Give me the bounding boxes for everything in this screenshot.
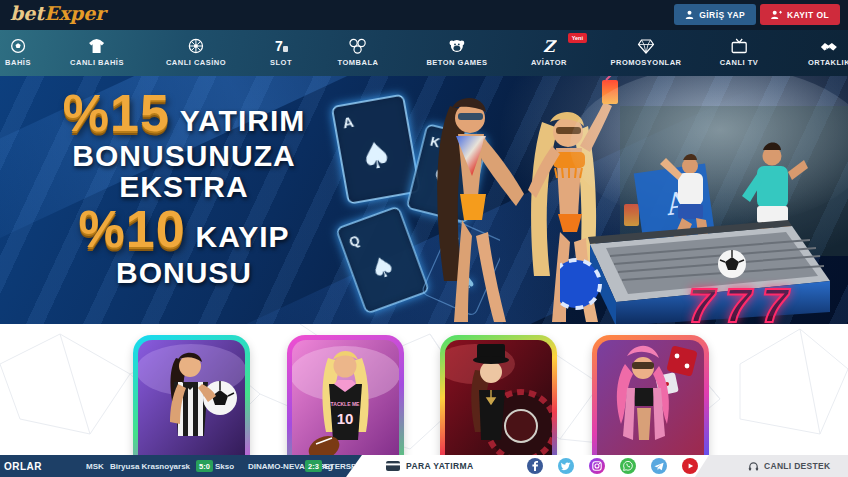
nav-label: TOMBALA [338, 58, 379, 67]
tv-icon [731, 37, 748, 54]
nav-item-promosyonlar[interactable]: PROMOSYONLAR [610, 37, 681, 67]
card-photo [138, 340, 245, 470]
bonus-percent-10: %10 [78, 202, 185, 256]
game-card-dice-girl[interactable] [592, 335, 709, 475]
nav-item-ortaklik[interactable]: ORTAKLIK [808, 37, 848, 67]
facebook-icon[interactable] [527, 458, 543, 474]
nav-label: BAHİS [5, 58, 31, 67]
deposit-label: PARA YATIRMA [406, 461, 473, 471]
nav-item-canli-bahis[interactable]: CANLI BAHİS [70, 37, 124, 67]
nav-label: CANLI TV [720, 58, 759, 67]
geometric-pattern [0, 324, 848, 455]
jersey-icon [89, 37, 106, 54]
ticker-home-team: Biryusa Krasnoyarsk [110, 455, 190, 477]
register-label: KAYIT OL [787, 10, 829, 20]
twitter-icon[interactable] [558, 458, 574, 474]
gorilla-icon [448, 37, 465, 54]
svg-text:TACKLE ME: TACKLE ME [331, 401, 360, 407]
diamond-icon [637, 37, 654, 54]
card-photo [597, 340, 704, 470]
hero-banner-slide[interactable]: A ♠ K ♥ Q ♠ ♣ ♠ [0, 76, 848, 324]
svg-text:7: 7 [275, 38, 283, 54]
nav-label: CANLI CASİNO [166, 58, 226, 67]
nav-item-canli-casino[interactable]: CANLI CASİNO [166, 37, 226, 67]
bingo-balls-icon [349, 37, 367, 54]
login-label: GİRİŞ YAP [699, 10, 745, 20]
nav-item-canli-tv[interactable]: CANLI TV [720, 37, 759, 67]
nav-label: AVİATOR [531, 58, 567, 67]
svg-text:777: 777 [688, 279, 798, 324]
youtube-icon[interactable] [682, 458, 698, 474]
svg-text:Z: Z [543, 38, 557, 54]
user-icon [685, 10, 694, 19]
laptop-football-art: A [560, 76, 848, 324]
nav-label: ORTAKLIK [808, 58, 848, 67]
social-links [527, 458, 698, 474]
nav-label: CANLI BAHİS [70, 58, 124, 67]
headline-ekstra: EKSTRA [28, 171, 340, 202]
headset-icon [748, 461, 759, 472]
logo-bet: bet [10, 2, 44, 24]
support-label: CANLI DESTEK [764, 461, 830, 471]
deposit-button[interactable]: PARA YATIRMA [386, 455, 473, 477]
ticker-away-team: Skso [215, 455, 234, 477]
headline-bonusu: BONUSU [28, 257, 340, 288]
site-logo[interactable]: betExper [10, 2, 105, 24]
ticker-label: ORLAR [4, 455, 42, 477]
nav-label: BETON GAMES [426, 58, 487, 67]
slot-seven-icon: 7 [273, 37, 289, 54]
telegram-icon[interactable] [651, 458, 667, 474]
bonus-headline: %15 YATIRIM BONUSUNUZA EKSTRA %10 KAYIP … [28, 86, 340, 288]
nav-label: SLOT [270, 58, 292, 67]
nav-label: PROMOSYONLAR [610, 58, 681, 67]
register-button[interactable]: KAYIT OL [760, 4, 840, 25]
main-nav: BAHİS CANLI BAHİS CANLI CASİNO 7 SLOT TO… [0, 30, 848, 76]
footer-bar: ORLAR MSK Biryusa Krasnoyarsk 5:0 Skso D… [0, 455, 848, 477]
top-bar: betExper GİRİŞ YAP KAYIT OL [0, 0, 848, 30]
new-badge: Yeni [568, 33, 587, 43]
login-button[interactable]: GİRİŞ YAP [674, 4, 756, 25]
ticker-team-fragment: MSK [86, 455, 104, 477]
nav-item-bahis[interactable]: BAHİS [5, 37, 31, 67]
ticker-away-team: Ag [322, 455, 333, 477]
instagram-icon[interactable] [589, 458, 605, 474]
aviator-z-icon: Z [541, 37, 557, 54]
handshake-icon [820, 37, 838, 54]
headline-kayip: KAYIP [196, 221, 290, 252]
roulette-icon [188, 37, 204, 54]
card-photo: TACKLE ME 10 [292, 340, 399, 470]
logo-exper: Exper [44, 2, 105, 24]
headline-yatirim: YATIRIM [180, 105, 305, 136]
score-badge: 5:0 [196, 460, 213, 472]
betexper-page: betExper GİRİŞ YAP KAYIT OL BAHİS CANLI … [0, 0, 848, 477]
user-plus-icon [771, 10, 782, 19]
credit-card-icon [386, 461, 400, 471]
games-section: TACKLE ME 10 [0, 324, 848, 455]
headline-bonusunuza: BONUSUNUZA [28, 140, 340, 171]
nav-item-beton-games[interactable]: BETON GAMES [426, 37, 487, 67]
bonus-percent-15: %15 [63, 86, 170, 140]
nav-item-aviator[interactable]: Yeni Z AVİATOR [531, 37, 567, 67]
game-card-roulette-girl[interactable] [440, 335, 557, 475]
nav-item-slot[interactable]: 7 SLOT [270, 37, 292, 67]
game-card-football-girl[interactable]: TACKLE ME 10 [287, 335, 404, 475]
game-card-referee-girl[interactable] [133, 335, 250, 475]
svg-text:10: 10 [337, 410, 354, 427]
card-photo [445, 340, 552, 470]
live-support-button[interactable]: CANLI DESTEK [748, 455, 830, 477]
nav-item-tombala[interactable]: TOMBALA [338, 37, 379, 67]
score-badge: 2:3 [305, 460, 322, 472]
whatsapp-icon[interactable] [620, 458, 636, 474]
soccer-ball-icon [10, 37, 26, 54]
